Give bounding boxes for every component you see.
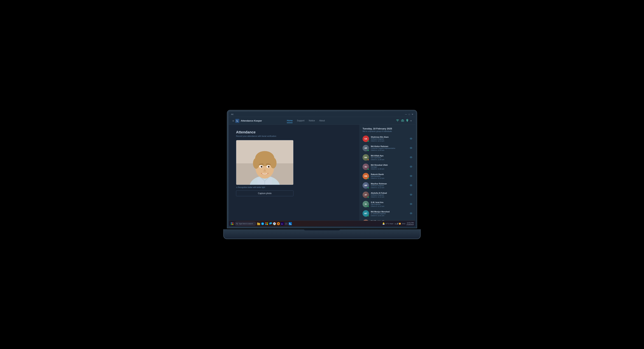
attendance-item: SK Md Shabbir Khan Assistance Graphics D… — [361, 218, 414, 221]
attendance-subtitle: Record your attendance with facial verif… — [236, 135, 352, 137]
attendance-item: AF Abdulla Al Fahad Software Engineer Cl… — [361, 190, 414, 200]
taskbar-pinned-icons: Ae {"} — [257, 222, 292, 226]
taskbar-outlook[interactable] — [269, 222, 272, 226]
person-name: Shahreaz Bin Alam — [371, 136, 408, 138]
taskbar-after-effects[interactable]: Ae — [280, 222, 284, 226]
person-info: Shahreaz Bin Alam Software Engineer Cloc… — [371, 136, 408, 142]
taskbar-edge[interactable] — [261, 222, 264, 226]
taskbar-clock: 12:51 PM 2/18/2023 — [406, 222, 414, 226]
attendance-title: Attendance — [236, 130, 352, 134]
person-info: Md Shabbir Khan Assistance Graphics Desi… — [371, 220, 408, 221]
screen: AK — □ ✕ ≡ L Attendance Keeper — [229, 112, 415, 226]
brand: ≡ L Attendance Keeper — [232, 119, 262, 123]
svg-point-22 — [411, 176, 412, 176]
person-info: S.M. Israt Ara Sqa Engineer Clock In: 11… — [371, 201, 408, 207]
nav-support[interactable]: Support — [297, 119, 304, 123]
svg-rect-29 — [232, 222, 233, 224]
person-clock-in: Clock In: 11:12 am — [371, 196, 408, 198]
view-icon[interactable] — [410, 147, 412, 149]
attendance-item: MT Md Monjur Morshed Jr Software Enginee… — [361, 209, 414, 218]
laptop-base — [223, 229, 421, 239]
window-titlebar: AK — □ ✕ — [229, 112, 415, 117]
attendance-item: MR Masihur Rohman Software Engineer Cloc… — [361, 181, 414, 190]
view-icon[interactable] — [410, 156, 412, 159]
nav-about[interactable]: About — [319, 119, 325, 123]
avatar: RB — [362, 173, 369, 179]
person-clock-in: Clock In: 11:15 am — [371, 177, 408, 179]
avatar: MT — [362, 210, 369, 217]
attendance-item: AR Md Abdur Rahman Customer Support Repr… — [361, 144, 414, 153]
wifi-icon — [396, 119, 399, 122]
svg-rect-39 — [265, 224, 266, 225]
svg-point-44 — [274, 223, 275, 224]
svg-rect-38 — [267, 222, 268, 224]
start-button[interactable] — [230, 222, 234, 226]
taskbar-brackets[interactable]: {"} — [284, 222, 288, 226]
person-name: Md Monjur Morshed — [371, 210, 408, 213]
avatar: SK — [362, 220, 369, 221]
window-controls: — □ ✕ — [405, 113, 414, 116]
attendance-item: IA S.M. Israt Ara Sqa Engineer Clock In:… — [361, 200, 414, 209]
panel-header: Tuesday, 18 February 2025 We're a dynami… — [360, 125, 415, 134]
nav-notice[interactable]: Notice — [309, 119, 315, 123]
svg-rect-56 — [384, 223, 385, 224]
svg-point-24 — [411, 194, 412, 195]
person-info: Md Abdur Rahman Customer Support Represe… — [371, 145, 408, 151]
app-window: AK — □ ✕ ≡ L Attendance Keeper — [229, 112, 415, 226]
svg-rect-28 — [231, 222, 232, 224]
taskbar-firefox[interactable] — [276, 222, 280, 226]
maximize-button[interactable]: □ — [408, 113, 410, 116]
dropdown-chevron[interactable]: ▾ — [410, 120, 412, 122]
close-button[interactable]: ✕ — [411, 113, 414, 116]
attendance-item: MA Md Aftab Apu Seo Specialist Clock In:… — [361, 153, 414, 162]
person-info: Abdulla Al Fahad Software Engineer Clock… — [371, 192, 408, 198]
view-icon[interactable] — [410, 194, 412, 196]
svg-text:Ae: Ae — [281, 223, 283, 225]
hamburger-icon[interactable]: ≡ — [232, 120, 234, 122]
avatar: MR — [362, 182, 369, 189]
svg-point-16 — [261, 166, 262, 167]
svg-line-33 — [238, 224, 238, 224]
svg-point-47 — [278, 223, 279, 224]
navbar-icons: ▾ — [396, 119, 412, 122]
person-info: Masihur Rohman Software Engineer Clock I… — [371, 182, 408, 188]
main-nav: Home Support Notice About — [287, 119, 325, 123]
camera-icon — [401, 119, 404, 122]
person-clock-in: Clock In: 12:13 pm — [371, 140, 408, 142]
avatar: IA — [362, 201, 369, 207]
person-role: Customer Support Representative — [371, 148, 408, 149]
svg-rect-54 — [384, 222, 384, 222]
svg-point-32 — [236, 223, 238, 224]
view-icon[interactable] — [410, 212, 412, 215]
view-icon[interactable] — [410, 166, 412, 168]
svg-point-58 — [382, 224, 384, 224]
person-name: Rakesh Banik — [371, 173, 408, 176]
view-icon[interactable] — [410, 175, 412, 177]
minimize-button[interactable]: — — [405, 113, 407, 116]
svg-point-21 — [411, 166, 412, 167]
taskbar-chrome[interactable] — [273, 222, 276, 226]
svg-text:{"}: {"} — [285, 223, 287, 225]
svg-rect-30 — [231, 224, 232, 225]
svg-rect-37 — [265, 222, 266, 224]
weather-text: 27°C Haze — [386, 223, 394, 224]
app-logo: L — [235, 119, 239, 123]
nav-home[interactable]: Home — [287, 119, 292, 123]
current-date: Tuesday, 18 February 2025 — [362, 127, 412, 130]
view-icon[interactable] — [410, 203, 412, 206]
view-icon[interactable] — [410, 138, 412, 140]
person-name: Masihur Rohman — [371, 182, 408, 185]
taskbar-file-explorer[interactable] — [257, 222, 260, 226]
taskbar-search[interactable]: Type here to search — [234, 222, 256, 226]
taskbar-store[interactable] — [265, 222, 268, 226]
view-icon[interactable] — [410, 184, 412, 187]
logo-letter: L — [237, 120, 238, 122]
laptop-hinge — [304, 229, 340, 231]
camera-feed — [236, 140, 293, 185]
camera-panel: Attendance Record your attendance with f… — [229, 125, 360, 221]
svg-point-19 — [411, 148, 412, 148]
svg-rect-35 — [257, 222, 258, 223]
svg-rect-40 — [267, 224, 268, 225]
capture-button[interactable]: Capture photo — [236, 190, 294, 196]
taskbar-vscode[interactable] — [288, 222, 292, 226]
